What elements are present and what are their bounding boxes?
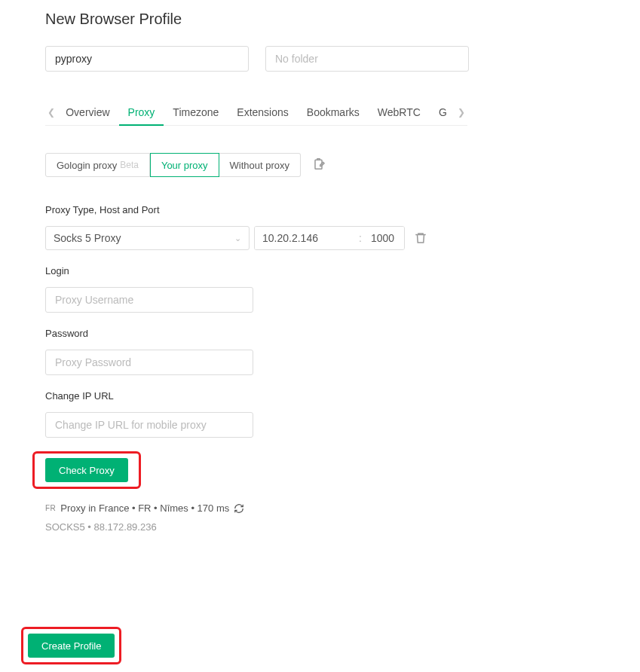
password-label: Password	[45, 328, 595, 339]
check-proxy-button[interactable]: Check Proxy	[45, 458, 128, 482]
proxy-status: FR Proxy in France • FR • Nîmes • 170 ms…	[45, 502, 595, 533]
change-ip-url-input[interactable]	[45, 412, 253, 438]
paste-from-clipboard-icon[interactable]	[313, 158, 326, 172]
refresh-icon[interactable]	[234, 503, 244, 514]
tab-extensions[interactable]: Extensions	[228, 99, 297, 126]
proxy-password-input[interactable]	[45, 350, 253, 375]
beta-badge: Beta	[120, 160, 139, 170]
country-code-badge: FR	[45, 504, 56, 512]
page-title: New Browser Profile	[45, 11, 595, 28]
proxy-host-input[interactable]	[255, 227, 357, 249]
host-port-separator: :	[357, 232, 363, 244]
proxy-source-gologin[interactable]: Gologin proxy Beta	[45, 153, 150, 177]
tabs-next-arrow-icon[interactable]: ❯	[456, 107, 467, 118]
proxy-status-line2: SOCKS5 • 88.172.89.236	[45, 521, 595, 533]
proxy-port-input[interactable]	[363, 227, 404, 249]
proxy-type-value: Socks 5 Proxy	[54, 232, 121, 244]
tab-timezone[interactable]: Timezone	[164, 99, 228, 126]
tab-overview[interactable]: Overview	[57, 99, 118, 126]
proxy-type-select[interactable]: Socks 5 Proxy ⌄	[45, 226, 250, 250]
proxy-username-input[interactable]	[45, 287, 253, 313]
top-inputs-row	[45, 46, 595, 72]
bottom-action-bar: Create Profile	[21, 627, 121, 664]
proxy-source-label: Without proxy	[230, 160, 289, 171]
proxy-source-label: Gologin proxy	[57, 160, 117, 171]
delete-proxy-icon[interactable]	[414, 231, 427, 245]
tabs-row: ❮ Overview Proxy Timezone Extensions Boo…	[45, 99, 467, 126]
changeip-label: Change IP URL	[45, 390, 595, 402]
tab-proxy[interactable]: Proxy	[119, 99, 164, 126]
check-proxy-row: Check Proxy	[32, 451, 595, 489]
red-highlight-create-profile: Create Profile	[21, 627, 121, 664]
tab-geolocation-truncated[interactable]: G	[430, 99, 456, 126]
proxy-source-segment: Gologin proxy Beta Your proxy Without pr…	[45, 153, 595, 177]
proxy-source-your-proxy[interactable]: Your proxy	[150, 153, 219, 177]
profile-name-input[interactable]	[45, 46, 249, 72]
proxy-source-label: Your proxy	[161, 160, 208, 171]
proxy-host-row: Socks 5 Proxy ⌄ :	[45, 226, 595, 250]
login-label: Login	[45, 265, 595, 276]
proxy-source-without[interactable]: Without proxy	[219, 153, 301, 177]
host-port-group: :	[254, 226, 405, 250]
folder-select[interactable]	[265, 46, 469, 72]
chevron-down-icon: ⌄	[234, 234, 241, 243]
proxy-host-port-label: Proxy Type, Host and Port	[45, 204, 595, 215]
tab-bookmarks[interactable]: Bookmarks	[298, 99, 369, 126]
red-highlight-check-proxy: Check Proxy	[32, 451, 141, 489]
create-profile-button[interactable]: Create Profile	[28, 634, 115, 658]
proxy-status-line1: Proxy in France • FR • Nîmes • 170 ms	[60, 502, 229, 514]
tabs-prev-arrow-icon[interactable]: ❮	[45, 107, 57, 118]
tab-webrtc[interactable]: WebRTC	[369, 99, 430, 126]
